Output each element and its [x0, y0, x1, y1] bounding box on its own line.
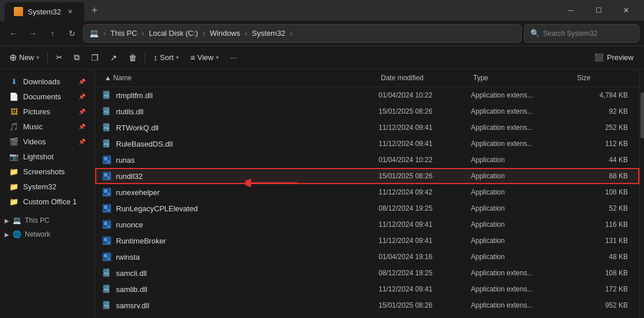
file-date: 08/12/2024 19:25 — [379, 204, 471, 212]
view-button[interactable]: ≡ View ▾ — [186, 49, 223, 66]
copy-button[interactable]: ⧉ — [69, 49, 84, 66]
videos-icon: 🎬 — [9, 137, 18, 146]
separator-1 — [47, 52, 48, 63]
address-bar[interactable]: 💻 › This PC › Local Disk (C:) › Windows … — [83, 24, 522, 43]
app-file-icon — [102, 204, 111, 213]
file-name-cell: runas — [102, 155, 379, 164]
file-size: 4,784 KB — [575, 91, 632, 99]
custom-office-icon: 📁 — [9, 197, 18, 206]
delete-button[interactable]: 🗑 — [124, 49, 141, 66]
file-date: 11/12/2024 09:41 — [379, 220, 471, 229]
active-tab[interactable]: System32 ✕ — [5, 2, 84, 21]
tab-close-button[interactable]: ✕ — [66, 7, 75, 16]
pictures-icon: 🖼 — [9, 107, 18, 116]
sidebar-item-videos[interactable]: 🎬 Videos 📌 — [2, 134, 92, 149]
table-row[interactable]: RunLegacyCPLElevated 08/12/2024 19:25 Ap… — [95, 200, 639, 216]
breadcrumb-windows[interactable]: Windows — [210, 29, 241, 38]
sidebar-item-custom-office[interactable]: 📁 Custom Office 1 — [2, 194, 92, 209]
search-placeholder: Search System32 — [543, 29, 598, 38]
file-rows-container: DLL rtmpltfm.dll 01/04/2024 10:22 Applic… — [95, 87, 639, 313]
scrollbar-track[interactable] — [639, 69, 644, 318]
breadcrumb-this-pc[interactable]: This PC — [110, 29, 137, 38]
dll-file-icon: DLL — [102, 285, 111, 294]
file-name: runonce — [116, 220, 143, 229]
more-button[interactable]: ··· — [226, 49, 241, 66]
table-row[interactable]: DLL samlib.dll 11/12/2024 09:41 Applicat… — [95, 281, 639, 297]
forward-button[interactable]: → — [24, 25, 42, 42]
file-date: 11/12/2024 09:41 — [379, 140, 471, 148]
file-date: 08/12/2024 19:25 — [379, 269, 471, 277]
search-bar[interactable]: 🔍 Search System32 — [524, 24, 639, 43]
tab-area: System32 ✕ + — [5, 0, 557, 21]
breadcrumb-system32[interactable]: System32 — [252, 29, 286, 38]
svg-rect-31 — [107, 225, 110, 227]
file-type: Application — [471, 220, 575, 229]
table-row[interactable]: DLL samsrv.dll 15/01/2025 08:26 Applicat… — [95, 297, 639, 313]
file-name: samlib.dll — [116, 285, 147, 294]
up-button[interactable]: ↑ — [44, 25, 61, 42]
table-row[interactable]: DLL RuleBasedDS.dll 11/12/2024 09:41 App… — [95, 136, 639, 152]
sidebar-item-documents[interactable]: 📄 Documents 📌 — [2, 89, 92, 104]
sidebar-item-lightshot[interactable]: 📷 Lightshot — [2, 149, 92, 164]
new-button[interactable]: ⊕ New ▾ — [5, 49, 44, 66]
file-date: 11/12/2024 09:42 — [379, 188, 471, 196]
file-name-cell: rundll32 — [102, 171, 379, 181]
table-row[interactable]: RuntimeBroker 11/12/2024 09:41 Applicati… — [95, 233, 639, 249]
sidebar-item-downloads[interactable]: ⬇ Downloads 📌 — [2, 74, 92, 89]
file-type: Application — [471, 172, 575, 180]
paste-button[interactable]: ❐ — [87, 49, 103, 66]
scrollbar-thumb[interactable] — [641, 92, 644, 139]
sidebar-section-label: This PC — [25, 216, 50, 225]
sidebar-section-this-pc[interactable]: ▶ 💻 This PC — [0, 214, 95, 227]
file-name: runexehelper — [116, 188, 160, 197]
separator-2 — [145, 52, 145, 63]
header-type[interactable]: Type — [471, 72, 575, 84]
file-name: rtutils.dll — [116, 107, 144, 116]
table-row[interactable]: runonce 11/12/2024 09:41 Application 116… — [95, 216, 639, 233]
app-file-icon — [102, 171, 111, 181]
file-type: Application — [471, 188, 575, 196]
table-row[interactable]: rwinsta 01/04/2024 19:16 Application 48 … — [95, 249, 639, 265]
file-date: 15/01/2025 08:26 — [379, 301, 471, 309]
sidebar-item-music[interactable]: 🎵 Music 📌 — [2, 119, 92, 134]
table-row[interactable]: rundll32 15/01/2025 08:26 Application 88… — [95, 168, 639, 184]
new-tab-button[interactable]: + — [87, 2, 103, 18]
delete-icon: 🗑 — [129, 53, 137, 62]
table-row[interactable]: DLL RTWorkQ.dll 11/12/2024 09:41 Applica… — [95, 119, 639, 136]
file-type: Application extens... — [471, 124, 575, 132]
svg-text:DLL: DLL — [104, 288, 109, 291]
breadcrumb-local-disk[interactable]: Local Disk (C:) — [149, 29, 198, 38]
sidebar-item-system32[interactable]: 📁 System32 — [2, 179, 92, 194]
preview-icon: ⬛ — [594, 53, 604, 62]
file-name-cell: runonce — [102, 220, 379, 229]
svg-rect-18 — [104, 173, 107, 177]
file-date: 11/12/2024 09:41 — [379, 237, 471, 245]
share-button[interactable]: ↗ — [106, 49, 122, 66]
back-button[interactable]: ← — [5, 25, 22, 42]
app-file-icon — [102, 188, 111, 197]
header-date[interactable]: Date modified — [379, 72, 471, 84]
file-header: ▲ Name Date modified Type Size — [95, 69, 639, 87]
close-button[interactable]: ✕ — [613, 1, 639, 20]
refresh-button[interactable]: ↻ — [63, 25, 81, 42]
table-row[interactable]: DLL rtutils.dll 15/01/2025 08:26 Applica… — [95, 103, 639, 119]
table-row[interactable]: DLL samcli.dll 08/12/2024 19:25 Applicat… — [95, 265, 639, 281]
sidebar-section-network[interactable]: ▶ 🌐 Network — [0, 227, 95, 241]
table-row[interactable]: DLL rtmpltfm.dll 01/04/2024 10:22 Applic… — [95, 87, 639, 103]
file-date: 01/04/2024 10:22 — [379, 156, 471, 164]
table-row[interactable]: runas 01/04/2024 10:22 Application 44 KB — [95, 152, 639, 168]
table-row[interactable]: runexehelper 11/12/2024 09:42 Applicatio… — [95, 184, 639, 200]
minimize-button[interactable]: ─ — [557, 1, 584, 20]
header-name[interactable]: ▲ Name — [102, 72, 379, 84]
sidebar-item-pictures[interactable]: 🖼 Pictures 📌 — [2, 104, 92, 119]
sidebar-item-screenshots[interactable]: 📁 Screenshots — [2, 164, 92, 179]
tab-folder-icon — [14, 7, 23, 16]
maximize-button[interactable]: ☐ — [585, 1, 612, 20]
preview-button[interactable]: ⬛ Preview — [589, 49, 639, 66]
header-size[interactable]: Size — [575, 72, 632, 84]
app-file-icon — [102, 236, 111, 245]
sort-button[interactable]: ↕ Sort ▾ — [149, 49, 184, 66]
file-size: 44 KB — [575, 156, 632, 164]
file-name: rundll32 — [116, 172, 143, 181]
cut-button[interactable]: ✂ — [51, 49, 67, 66]
